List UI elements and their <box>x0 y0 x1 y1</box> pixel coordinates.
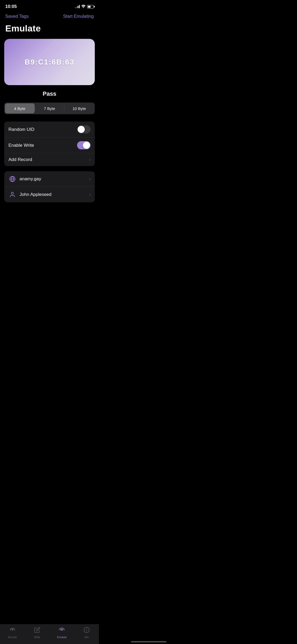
enable-write-toggle[interactable] <box>77 141 91 149</box>
record-contact-row[interactable]: John Appleseed › <box>4 187 95 202</box>
nav-header: Saved Tags Start Emulating <box>0 12 99 23</box>
globe-icon <box>8 175 16 183</box>
add-record-right: › <box>89 157 91 162</box>
status-time: 10:05 <box>5 4 17 9</box>
status-icons <box>75 5 94 9</box>
record-contact-label: John Appleseed <box>20 192 89 197</box>
add-record-chevron: › <box>89 157 91 162</box>
toggle-knob <box>78 126 85 133</box>
byte-option-10[interactable]: 10 Byte <box>64 103 94 113</box>
record-contact-chevron: › <box>89 192 91 197</box>
byte-option-4[interactable]: 4 Byte <box>5 103 35 113</box>
random-uid-label: Random UID <box>8 127 34 132</box>
random-uid-row[interactable]: Random UID <box>4 122 95 137</box>
page-title: Emulate <box>0 23 99 39</box>
tag-name: Pass <box>0 90 99 97</box>
tag-card: B9:C1:6B:63 <box>4 39 95 85</box>
add-record-row[interactable]: Add Record › <box>4 153 95 166</box>
record-url-row[interactable]: anamy.gay › <box>4 171 95 187</box>
settings-card: Random UID Enable Write Add Record › <box>4 122 95 166</box>
byte-selector: 4 Byte 7 Byte 10 Byte <box>4 103 95 114</box>
svg-point-3 <box>11 192 13 194</box>
battery-icon <box>87 5 94 8</box>
saved-tags-link[interactable]: Saved Tags <box>5 14 29 19</box>
enable-write-row[interactable]: Enable Write <box>4 137 95 153</box>
random-uid-toggle[interactable] <box>77 125 91 134</box>
enable-write-label: Enable Write <box>8 143 34 148</box>
status-bar: 10:05 <box>0 0 99 12</box>
record-url-chevron: › <box>89 177 91 181</box>
toggle-knob-2 <box>83 142 90 149</box>
add-record-label: Add Record <box>8 157 32 162</box>
byte-option-7[interactable]: 7 Byte <box>35 103 64 113</box>
record-url-label: anamy.gay <box>20 176 89 182</box>
tag-id: B9:C1:6B:63 <box>25 58 74 66</box>
svg-point-0 <box>83 7 84 8</box>
start-emulating-link[interactable]: Start Emulating <box>63 14 94 19</box>
records-card: anamy.gay › John Appleseed › <box>4 171 95 202</box>
wifi-icon <box>81 5 86 9</box>
signal-icon <box>75 5 80 8</box>
person-icon <box>8 191 16 199</box>
